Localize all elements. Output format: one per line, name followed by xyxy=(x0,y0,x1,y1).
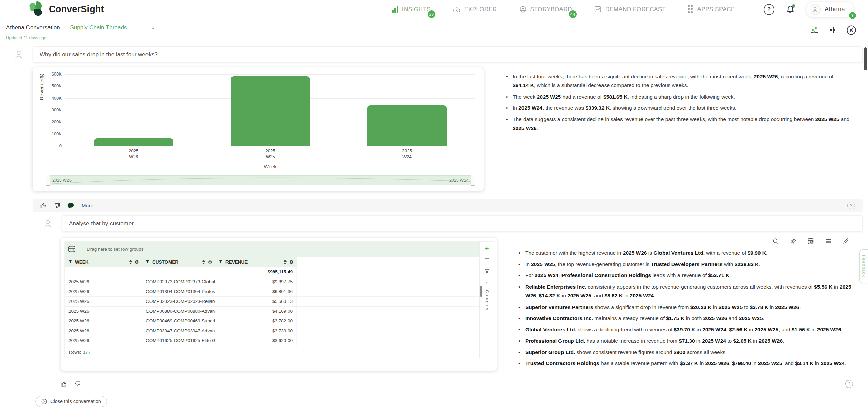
user-icon xyxy=(14,49,24,60)
grid-scrollbar[interactable] xyxy=(480,286,482,297)
feedback-tab[interactable]: Feedback xyxy=(859,249,868,283)
table-row[interactable]: 2025 W26COMP02373-COMP02373-Global...$9,… xyxy=(65,277,479,287)
scheduled-report-icon[interactable] xyxy=(807,238,814,245)
answer-1: Revenue($) 600K500K400K300K200K100K0 202… xyxy=(14,67,863,191)
comment-bubble-icon[interactable] xyxy=(67,202,74,209)
filter-settings-icon[interactable] xyxy=(810,26,819,34)
close-conversation-icon[interactable] xyxy=(846,25,856,35)
answer-info-icon[interactable]: ? xyxy=(847,202,855,209)
nav-item-demand-forecast[interactable]: DEMAND FORECAST xyxy=(594,6,666,13)
column-header-revenue[interactable]: REVENUE ⚙ xyxy=(215,257,297,267)
column-menu-icon[interactable]: ⚙ xyxy=(135,259,139,265)
table-cell: 2025 W26 xyxy=(65,316,142,326)
bar-chart-icon xyxy=(392,6,398,13)
thread-selector[interactable]: Supply Chain Threads xyxy=(70,24,127,31)
answer-1-action-bar: More ? xyxy=(33,199,863,212)
table-header-row: WEEK ⚙ CUSTOMER ⚙ REVENUE xyxy=(65,257,479,267)
table-cell: 2025 W26 xyxy=(65,336,142,346)
table-body: 2025 W26COMP02373-COMP02373-Global...$9,… xyxy=(65,277,479,346)
slider-handle-right[interactable] xyxy=(471,175,475,186)
edit-icon[interactable] xyxy=(843,238,849,244)
nav-item-apps-space[interactable]: APPS SPACE xyxy=(688,5,735,14)
table-cell: 2025 W26 xyxy=(65,307,142,316)
table-row[interactable]: 2025 W26COMP01304-COMP01304-Profes...$6,… xyxy=(65,287,479,297)
user-profile-button[interactable]: Athena ▼ xyxy=(806,2,854,17)
top-navigation: ConverSight INSIGHTS 37 EXPLORER STORYBO… xyxy=(0,0,868,19)
table-cell: COMP01304-COMP01304-Profes... xyxy=(142,287,215,296)
column-menu-icon[interactable]: ⚙ xyxy=(289,259,293,265)
x-axis-tick-labels: 2025W262025W252025W24 xyxy=(65,148,475,160)
table-total-row: $985,115.49 xyxy=(65,267,479,277)
drag-hint: Drag here to set row groups xyxy=(81,244,149,254)
thumbs-down-icon[interactable] xyxy=(54,202,60,209)
revenue-bar[interactable] xyxy=(231,76,310,146)
filters-panel-icon[interactable] xyxy=(485,269,489,274)
notifications-button[interactable] xyxy=(786,5,795,14)
collapse-icon[interactable] xyxy=(829,26,837,34)
thumbs-up-icon[interactable] xyxy=(40,202,47,209)
table-row[interactable]: 2025 W26COMP03947-COMP03947-Advan...$3,7… xyxy=(65,326,479,336)
sort-control[interactable] xyxy=(129,260,132,264)
table-cell: $4,169.00 xyxy=(215,307,297,316)
question-bubble: Why did our sales drop in the last four … xyxy=(33,46,863,63)
insights-badge: 37 xyxy=(427,9,436,19)
brand[interactable]: ConverSight xyxy=(29,2,104,17)
sort-control[interactable] xyxy=(284,260,287,264)
help-icon[interactable]: ? xyxy=(764,4,774,15)
bullet-item: Innovative Contractors Inc. maintains a … xyxy=(518,314,852,323)
revenue-bar[interactable] xyxy=(367,105,447,146)
revenue-bar[interactable] xyxy=(94,138,173,146)
search-icon[interactable] xyxy=(772,238,779,245)
thumbs-down-icon[interactable] xyxy=(74,381,81,387)
notification-dot xyxy=(792,4,795,8)
chevron-down-icon[interactable]: ⌄ xyxy=(151,25,155,31)
table-cell: 2025 W26 xyxy=(65,277,142,287)
conversation-area: Why did our sales drop in the last four … xyxy=(0,42,868,417)
nav-label: STORYBOARD xyxy=(530,6,572,13)
nav-item-explorer[interactable]: EXPLORER xyxy=(453,6,497,13)
answer-info-icon[interactable]: ? xyxy=(845,380,853,388)
x-tick-label: 2025W25 xyxy=(202,148,338,160)
close-conversation-button[interactable]: Close this conversation xyxy=(35,396,107,407)
nav-item-storyboard[interactable]: STORYBOARD 44 xyxy=(519,6,572,13)
title-separator: - xyxy=(63,24,65,31)
pin-icon[interactable] xyxy=(790,238,796,244)
table-row[interactable]: 2025 W26COMP00880-COMP00880-Advan...$4,1… xyxy=(65,307,479,316)
question-row-2: Analyse that by customer xyxy=(43,215,863,232)
answer-toolbar xyxy=(518,238,849,245)
filter-icon xyxy=(219,260,223,264)
column-menu-icon[interactable]: ⚙ xyxy=(208,259,212,265)
columns-panel-icon[interactable] xyxy=(484,258,490,264)
table-cell: COMP00880-COMP00880-Advan... xyxy=(142,307,215,316)
y-tick-label: 300K xyxy=(44,107,62,112)
bullet-item: In the last four weeks, there has been a… xyxy=(505,72,850,90)
list-view-icon[interactable] xyxy=(825,238,832,245)
nav-item-insights[interactable]: INSIGHTS 37 xyxy=(392,6,431,13)
slider-handle-left[interactable] xyxy=(46,175,50,186)
row-group-drop-zone[interactable]: Drag here to set row groups xyxy=(65,242,479,257)
bar-chart: Revenue($) 600K500K400K300K200K100K0 xyxy=(65,74,475,146)
gridline: 0 xyxy=(65,146,475,146)
column-header-customer[interactable]: CUSTOMER ⚙ xyxy=(142,257,215,267)
sort-control[interactable] xyxy=(202,260,205,264)
overflow-menu-icon[interactable]: ⋯ xyxy=(484,279,490,285)
bullet-item: The data suggests a consistent decline i… xyxy=(505,115,850,133)
table-row[interactable]: 2025 W26COMP00469-COMP00469-Superi...$3,… xyxy=(65,316,479,326)
page-title: Athena Conversation xyxy=(6,24,60,31)
columns-panel-label[interactable]: Columns xyxy=(485,290,489,311)
page-scrollbar[interactable] xyxy=(864,47,867,70)
forecast-icon xyxy=(594,6,601,13)
add-panel-icon[interactable]: + xyxy=(485,245,489,253)
more-button[interactable]: More xyxy=(82,203,93,208)
question-row-1: Why did our sales drop in the last four … xyxy=(14,46,863,63)
table-row[interactable]: 2025 W26COMP01625-COMP01625-Elite G...$3… xyxy=(65,336,479,346)
chart-range-slider[interactable]: 2025 W26 2025 W24 xyxy=(47,175,474,185)
bullet-item: The week 2025 W25 had a revenue of $581.… xyxy=(505,92,850,101)
column-header-week[interactable]: WEEK ⚙ xyxy=(65,257,142,267)
y-tick-label: 500K xyxy=(44,83,62,88)
table-row[interactable]: 2025 W26COMP02023-COMP02023-Reliab...$5,… xyxy=(65,297,479,307)
storyboard-badge: 44 xyxy=(568,9,577,19)
conversation-header: Athena Conversation - Supply Chain Threa… xyxy=(0,19,868,42)
thumbs-up-icon[interactable] xyxy=(61,381,67,387)
answer-2: Drag here to set row groups WEEK ⚙ CUSTO… xyxy=(14,238,863,371)
